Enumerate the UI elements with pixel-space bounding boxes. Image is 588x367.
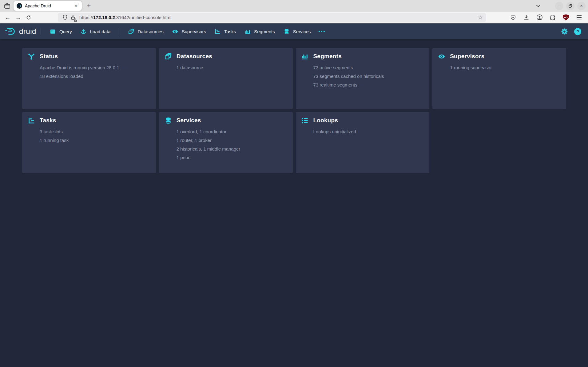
- url-scheme: https://: [79, 15, 93, 20]
- druid-brand-text: druid: [19, 27, 36, 36]
- lock-warning-badge: [74, 18, 77, 22]
- card-lines: 3 task slots 1 running task: [40, 127, 150, 145]
- card-segments[interactable]: Segments 73 active segments 73 segments …: [296, 48, 430, 109]
- card-title: Status: [40, 53, 58, 60]
- card-lines: 1 datasource: [177, 63, 287, 72]
- help-icon[interactable]: ?: [574, 28, 581, 35]
- nav-item-load-data[interactable]: Load data: [76, 23, 115, 39]
- ublock-button[interactable]: uO: [561, 13, 570, 22]
- extensions-button[interactable]: [548, 13, 557, 22]
- card-line: 73 active segments: [313, 63, 424, 72]
- eye-icon: [438, 53, 445, 60]
- card-line: 1 running supervisor: [450, 63, 561, 72]
- card-line: 1 router, 1 broker: [177, 136, 287, 145]
- minimize-button[interactable]: −: [555, 2, 563, 10]
- card-line: 1 overlord, 1 coordinator: [177, 127, 287, 136]
- card-title: Tasks: [40, 117, 56, 124]
- card-line: Apache Druid is running version 28.0.1: [40, 63, 150, 72]
- url-host: 172.18.0.2: [93, 15, 115, 20]
- menu-button[interactable]: [574, 13, 584, 22]
- query-icon: [49, 28, 57, 35]
- firefox-view-icon: [4, 3, 10, 9]
- firefox-view-button[interactable]: [2, 1, 12, 10]
- tracking-protection-shield-icon[interactable]: [61, 14, 69, 22]
- card-supervisors[interactable]: Supervisors 1 running supervisor: [432, 48, 566, 109]
- card-lines: 73 active segments 73 segments cached on…: [313, 63, 424, 89]
- list-all-tabs-button[interactable]: [534, 1, 543, 10]
- browser-url-toolbar: ← → https://172.18.0.2:31642/unified-con…: [0, 12, 588, 23]
- card-line: Lookups uninitialized: [313, 127, 424, 136]
- card-line: 2 historicals, 1 middle manager: [177, 145, 287, 153]
- close-window-button[interactable]: ×: [577, 2, 586, 10]
- nav-item-segments[interactable]: Segments: [240, 23, 279, 39]
- home-view: Status Apache Druid is running version 2…: [0, 39, 588, 173]
- card-header: Services: [165, 117, 287, 124]
- druid-logo-icon: [5, 27, 16, 36]
- forward-button[interactable]: →: [13, 13, 23, 22]
- nav-item-label: Load data: [90, 29, 111, 34]
- nav-item-tasks[interactable]: Tasks: [210, 23, 240, 39]
- bookmark-star-icon[interactable]: ☆: [478, 14, 483, 21]
- nav-item-datasources[interactable]: Datasources: [123, 23, 167, 39]
- nav-item-services[interactable]: Services: [279, 23, 315, 39]
- card-datasources[interactable]: Datasources 1 datasource: [159, 48, 293, 109]
- navbar-right: ?: [561, 28, 583, 35]
- card-title: Segments: [313, 53, 342, 60]
- browser-tab-apache-druid[interactable]: Apache Druid ×: [14, 1, 82, 11]
- card-tasks[interactable]: Tasks 3 task slots 1 running task: [22, 112, 156, 173]
- card-header: Status: [28, 53, 150, 60]
- nav-item-label: Tasks: [224, 29, 236, 34]
- card-title: Services: [177, 117, 201, 124]
- puzzle-piece-icon: [550, 14, 556, 20]
- card-services[interactable]: Services 1 overlord, 1 coordinator 1 rou…: [159, 112, 293, 173]
- back-button[interactable]: ←: [2, 13, 13, 22]
- card-header: Supervisors: [438, 53, 561, 60]
- downloads-button[interactable]: [522, 13, 531, 22]
- card-line: 73 realtime segments: [313, 81, 424, 89]
- pocket-button[interactable]: [508, 13, 518, 22]
- nav-item-label: Segments: [254, 29, 275, 34]
- card-header: Lookups: [301, 117, 424, 124]
- tab-title: Apache Druid: [25, 3, 73, 8]
- card-lines: 1 overlord, 1 coordinator 1 router, 1 br…: [177, 127, 287, 162]
- account-button[interactable]: [535, 13, 544, 22]
- bar-chart-icon: [301, 53, 309, 60]
- card-lookups[interactable]: Lookups Lookups uninitialized: [296, 112, 430, 173]
- url-path: :31642/unified-console.html: [115, 15, 171, 20]
- card-header: Segments: [301, 53, 424, 60]
- pocket-icon: [510, 14, 516, 20]
- new-tab-button[interactable]: +: [84, 1, 93, 10]
- navbar-divider: [119, 27, 119, 35]
- connection-lock-icon[interactable]: [69, 14, 77, 22]
- eye-icon: [172, 28, 179, 35]
- druid-favicon: [17, 3, 22, 9]
- card-line: 3 task slots: [40, 127, 150, 136]
- card-title: Supervisors: [450, 53, 484, 60]
- card-line: 1 peon: [177, 153, 287, 162]
- nav-item-supervisors[interactable]: Supervisors: [168, 23, 210, 39]
- url-text: https://172.18.0.2:31642/unified-console…: [79, 15, 171, 20]
- nav-item-label: Query: [59, 29, 72, 34]
- card-title: Datasources: [177, 53, 212, 60]
- card-status[interactable]: Status Apache Druid is running version 2…: [22, 48, 156, 109]
- restore-icon: [569, 4, 572, 8]
- toolbar-right-icons: uO: [508, 13, 586, 22]
- settings-gear-icon[interactable]: [561, 28, 568, 35]
- gantt-icon: [28, 117, 35, 124]
- more-menu-icon[interactable]: [315, 23, 329, 39]
- nav-item-query[interactable]: Query: [45, 23, 76, 39]
- url-bar[interactable]: https://172.18.0.2:31642/unified-console…: [58, 13, 486, 22]
- restore-button[interactable]: [566, 2, 574, 10]
- datasources-icon: [127, 28, 135, 35]
- reload-button[interactable]: [23, 13, 34, 22]
- card-header: Tasks: [28, 117, 150, 124]
- druid-logo[interactable]: druid: [5, 27, 36, 36]
- browser-tab-strip: Apache Druid × + − ×: [0, 0, 588, 12]
- account-icon: [536, 14, 543, 21]
- druid-navbar: druid Query Load data Datasources Superv…: [0, 23, 588, 39]
- card-lines: 1 running supervisor: [450, 63, 561, 72]
- navbar-divider: [41, 27, 41, 35]
- status-graph-icon: [28, 53, 35, 60]
- card-title: Lookups: [313, 117, 338, 124]
- tab-close-icon[interactable]: ×: [73, 2, 79, 9]
